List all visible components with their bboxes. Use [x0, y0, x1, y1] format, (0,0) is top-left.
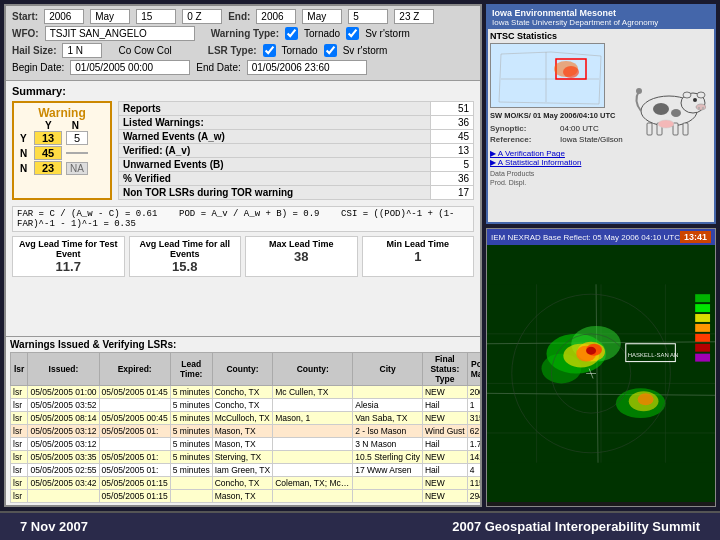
cell-lead: 5 minutes [170, 425, 212, 438]
link-statistical[interactable]: ▶ A Statistical Information [490, 158, 708, 167]
cell-city [353, 490, 423, 503]
unwarned-val: 5 [430, 158, 473, 172]
cell-lead: 5 minutes [170, 451, 212, 464]
formula1: FAR = C / (A_w - C) = 0.61 [17, 209, 157, 219]
unwarned-label: Unwarned Events (B) [119, 158, 431, 172]
ntsc-header: NTSC Statistics [490, 31, 708, 41]
disclaimer-full: Prod. Displ. [490, 179, 708, 186]
pct-verified-label: % Verified [119, 172, 431, 186]
cell-type: NEW [422, 477, 467, 490]
reports-label: Reports [119, 102, 431, 116]
start-label: Start: [12, 11, 38, 22]
lsr-type-label: LSR Type: [208, 45, 257, 56]
non-tor-label: Non TOR LSRs during TOR warning [119, 186, 431, 200]
warning-box-title: Warning [20, 106, 104, 120]
cell-county1: Sterving, TX [212, 451, 273, 464]
cell-expired: 05/05/2005 01:15 [99, 477, 170, 490]
begin-date-label: Begin Date: [12, 62, 64, 73]
row-n-val-2: NA [66, 162, 88, 175]
cell-lsr: lsr [11, 438, 28, 451]
col-city: City [353, 353, 423, 386]
info-val-0: 04:00 UTC [560, 123, 599, 134]
svg-point-8 [696, 104, 706, 110]
lsr-type-svrstm-check[interactable] [324, 44, 337, 57]
cell-issued: 05/05/2005 01:00 [28, 386, 99, 399]
cell-lsr: lsr [11, 399, 28, 412]
warnings-table-title: Warnings Issued & Verifying LSRs: [10, 339, 476, 350]
svg-rect-0 [491, 44, 604, 107]
cell-mag: 1155 km^2 [467, 477, 482, 490]
cell-county2 [273, 490, 353, 503]
stats-row-reports: Reports 51 [119, 102, 474, 116]
warning-type-tornado-check[interactable] [285, 27, 298, 40]
lead-box-test: Avg Lead Time for Test Event 11.7 [12, 236, 125, 277]
end-day: 5 [348, 9, 388, 24]
reports-val: 51 [430, 102, 473, 116]
svg-rect-50 [695, 354, 710, 362]
cell-county2 [273, 464, 353, 477]
cell-county1: Mason, TX [212, 438, 273, 451]
link-verification[interactable]: ▶ A Verification Page [490, 149, 708, 158]
warning-type-svrstm-check[interactable] [346, 27, 359, 40]
stats-row-pct: % Verified 36 [119, 172, 474, 186]
sub-name: Iowa State University Department of Agro… [492, 18, 710, 27]
cell-city: 10.5 Sterling City [353, 451, 423, 464]
svg-point-6 [683, 92, 691, 98]
cell-county1: Concho, TX [212, 477, 273, 490]
cell-issued [28, 490, 99, 503]
radar-header: IEM NEXRAD Base Reflect: 05 May 2006 04:… [487, 229, 715, 245]
cell-issued: 05/05/2005 03:35 [28, 451, 99, 464]
end-date-label: End Date: [196, 62, 240, 73]
lead-all-label: Avg Lead Time for all Events [136, 239, 235, 259]
footer: 7 Nov 2007 2007 Geospatial Interoperabil… [0, 511, 720, 540]
lsr-type-tornado-check[interactable] [263, 44, 276, 57]
row-y-val-2: 23 [34, 161, 62, 175]
listed-warnings-label: Listed Warnings: [119, 116, 431, 130]
warning-rows: Y 13 5 N 45 N 23 NA [20, 131, 104, 175]
table-row: lsr05/05/2005 03:125 minutesMason, TX3 N… [11, 438, 483, 451]
cell-expired: 05/05/2005 00:45 [99, 412, 170, 425]
lead-max-label: Max Lead Time [252, 239, 351, 249]
cell-county1: Mason, TX [212, 490, 273, 503]
end-label: End: [228, 11, 250, 22]
radar-canvas: HASKELL-SAN AN [487, 245, 715, 502]
svg-point-11 [693, 98, 697, 102]
lead-min-val: 1 [369, 249, 468, 264]
end-year: 2006 [256, 9, 296, 24]
stats-row-verified: Verified: (A_v) 13 [119, 144, 474, 158]
cell-mag: 62 [467, 425, 482, 438]
row-y-val-1: 45 [34, 146, 62, 160]
hail-size-label: Hail Size: [12, 45, 56, 56]
svg-point-18 [636, 88, 642, 94]
info-val-1: Iowa State/Gilson [560, 134, 623, 145]
cell-county2 [273, 425, 353, 438]
start-z: 0 Z [182, 9, 222, 24]
header-row-dates: Begin Date: 01/05/2005 00:00 End Date: 0… [12, 60, 474, 75]
region-map [490, 43, 605, 108]
warned-events-val: 45 [430, 130, 473, 144]
warning-type-tornado-label: Tornado [304, 28, 340, 39]
cell-city [353, 477, 423, 490]
cell-lead: 5 minutes [170, 386, 212, 399]
cell-city: 2 - lso Mason [353, 425, 423, 438]
wfo-label: WFO: [12, 28, 39, 39]
cell-county2 [273, 451, 353, 464]
cell-city: 17 Www Arsen [353, 464, 423, 477]
stats-row-unwarned: Unwarned Events (B) 5 [119, 158, 474, 172]
start-month: May [90, 9, 130, 24]
cell-issued: 05/05/2005 03:12 [28, 425, 99, 438]
svg-point-34 [586, 347, 596, 355]
svg-point-9 [698, 107, 700, 109]
cow-svg [631, 71, 706, 136]
warned-events-label: Warned Events (A_w) [119, 130, 431, 144]
cell-lead [170, 477, 212, 490]
cell-city [353, 386, 423, 399]
lead-max-val: 38 [252, 249, 351, 264]
cell-type: NEW [422, 451, 467, 464]
cell-county1: Concho, TX [212, 399, 273, 412]
warning-row-0: Y 13 5 [20, 131, 104, 145]
cell-county2: Mason, 1 [273, 412, 353, 425]
end-month: May [302, 9, 342, 24]
footer-conference: 2007 Geospatial Interoperability Summit [452, 519, 700, 534]
wfo-value[interactable]: TSJIT SAN_ANGELO [45, 26, 195, 41]
